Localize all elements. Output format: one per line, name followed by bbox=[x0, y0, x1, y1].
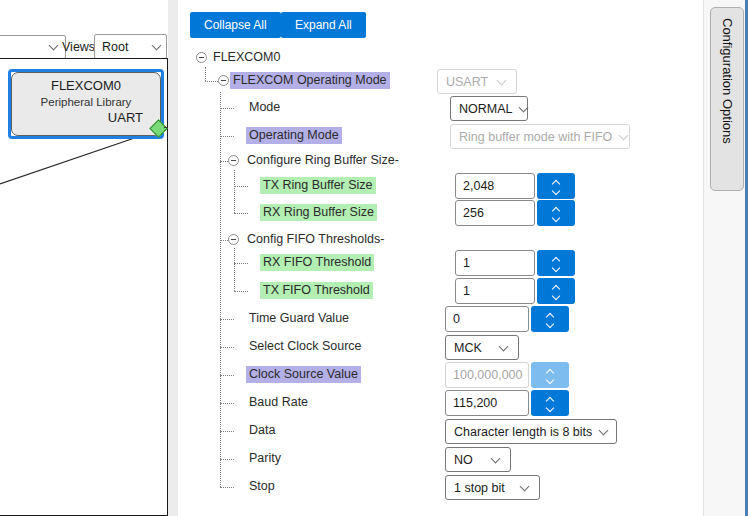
diagram-canvas[interactable]: FLEXCOM0 Peripheral Library UART bbox=[0, 58, 168, 516]
tree-label-rx-ring-buffer-size[interactable]: RX Ring Buffer Size bbox=[260, 204, 377, 221]
spinner-down-icon bbox=[552, 263, 560, 271]
tx-fifo-threshold-stepper[interactable] bbox=[537, 278, 575, 304]
operating-mode-dropdown-value: Ring buffer mode with FIFO bbox=[459, 130, 612, 144]
graph-toolbar: Views: Root bbox=[0, 0, 168, 58]
tx-ring-buffer-size-spinner: 2,048 bbox=[455, 173, 575, 199]
collapse-icon[interactable] bbox=[228, 234, 239, 245]
collapse-icon[interactable] bbox=[218, 75, 229, 86]
tree-label-baud-rate[interactable]: Baud Rate bbox=[246, 394, 311, 411]
rx-fifo-threshold-input[interactable]: 1 bbox=[455, 250, 535, 276]
port-stub-line bbox=[164, 127, 168, 128]
parity-dropdown-value: NO bbox=[454, 453, 473, 467]
spinner-down-icon bbox=[552, 186, 560, 194]
chevron-down-icon bbox=[619, 130, 629, 140]
spinner-down-icon bbox=[552, 213, 560, 221]
data-dropdown-value: Character length is 8 bits bbox=[454, 425, 592, 439]
configuration-tree: FLEXCOM0FLEXCOM Operating ModeUSARTModeN… bbox=[178, 0, 703, 516]
tree-branch-line bbox=[220, 136, 234, 137]
tree-branch-line bbox=[220, 347, 234, 348]
configuration-options-tab-label: Configuration Options bbox=[720, 8, 735, 190]
tree-branch-line bbox=[220, 240, 228, 241]
node-subtitle: Peripheral Library bbox=[12, 96, 160, 108]
rx-ring-buffer-size-stepper[interactable] bbox=[537, 200, 575, 226]
chevron-down-icon bbox=[499, 341, 509, 351]
tree-label-parity[interactable]: Parity bbox=[246, 450, 284, 467]
parity-dropdown[interactable]: NO bbox=[445, 447, 511, 472]
operating-mode-dropdown[interactable]: Ring buffer mode with FIFO bbox=[450, 124, 630, 149]
spinner-down-icon bbox=[546, 375, 554, 383]
tree-label-stop[interactable]: Stop bbox=[246, 478, 278, 495]
stop-dropdown[interactable]: 1 stop bit bbox=[445, 475, 540, 500]
flexcom0-node-body[interactable]: FLEXCOM0 Peripheral Library UART bbox=[11, 72, 161, 136]
spinner-down-icon bbox=[546, 403, 554, 411]
left-partial-dropdown[interactable] bbox=[0, 35, 66, 59]
time-guard-value-stepper[interactable] bbox=[531, 306, 569, 332]
configuration-options-panel: Collapse All Expand All FLEXCOM0FLEXCOM … bbox=[178, 0, 703, 516]
tree-label-rx-fifo-threshold[interactable]: RX FIFO Threshold bbox=[260, 254, 374, 271]
project-graph-panel: Views: Root FLEXCOM0 Peripheral Library … bbox=[0, 0, 168, 516]
time-guard-value-spinner: 0 bbox=[445, 306, 569, 332]
collapse-icon[interactable] bbox=[196, 52, 207, 63]
rx-fifo-threshold-stepper[interactable] bbox=[537, 250, 575, 276]
tx-fifo-threshold-spinner: 1 bbox=[455, 278, 575, 304]
baud-rate-input[interactable]: 115,200 bbox=[445, 390, 529, 416]
tree-label-clock-source-value[interactable]: Clock Source Value bbox=[246, 366, 361, 383]
tx-ring-buffer-size-stepper[interactable] bbox=[537, 173, 575, 199]
tree-branch-line bbox=[234, 186, 248, 187]
views-dropdown-value: Root bbox=[102, 40, 128, 54]
tree-branch-line bbox=[220, 459, 234, 460]
data-dropdown[interactable]: Character length is 8 bits bbox=[445, 419, 617, 444]
tree-branch-line bbox=[220, 108, 234, 109]
tx-ring-buffer-size-input[interactable]: 2,048 bbox=[455, 173, 535, 199]
clock-source-value-stepper[interactable] bbox=[531, 362, 569, 388]
tree-label-tx-ring-buffer-size[interactable]: TX Ring Buffer Size bbox=[260, 177, 376, 194]
flexcom-operating-mode-dropdown[interactable]: USART bbox=[437, 69, 517, 94]
chevron-down-icon bbox=[49, 41, 59, 51]
tree-branch-line bbox=[220, 161, 228, 162]
tree-branch-line bbox=[234, 213, 248, 214]
mode-dropdown[interactable]: NORMAL bbox=[450, 96, 528, 121]
chevron-down-icon bbox=[519, 102, 529, 112]
spinner-down-icon bbox=[546, 319, 554, 327]
baud-rate-spinner: 115,200 bbox=[445, 390, 569, 416]
stop-dropdown-value: 1 stop bit bbox=[454, 481, 505, 495]
select-clock-source-dropdown-value: MCK bbox=[454, 341, 482, 355]
tree-label-tx-fifo-threshold[interactable]: TX FIFO Threshold bbox=[260, 282, 373, 299]
chevron-down-icon bbox=[520, 481, 530, 491]
tree-label-config-fifo-thresholds[interactable]: Config FIFO Thresholds- bbox=[244, 231, 387, 248]
tree-branch-line bbox=[220, 319, 234, 320]
node-port-row: UART bbox=[12, 110, 160, 125]
tree-branch-line bbox=[220, 403, 234, 404]
app-window: Views: Root FLEXCOM0 Peripheral Library … bbox=[0, 0, 748, 516]
tree-label-operating-mode[interactable]: Operating Mode bbox=[246, 127, 342, 144]
node-port-label: UART bbox=[108, 110, 143, 125]
tree-label-flexcom0[interactable]: FLEXCOM0 bbox=[210, 49, 283, 66]
time-guard-value-input[interactable]: 0 bbox=[445, 306, 529, 332]
configuration-options-tab[interactable]: Configuration Options bbox=[710, 7, 744, 191]
node-title: FLEXCOM0 bbox=[12, 78, 160, 93]
chevron-down-icon bbox=[152, 40, 162, 50]
flexcom0-node[interactable]: FLEXCOM0 Peripheral Library UART bbox=[8, 69, 164, 139]
mode-dropdown-value: NORMAL bbox=[459, 102, 512, 116]
collapse-icon[interactable] bbox=[228, 155, 239, 166]
tree-branch-line bbox=[234, 291, 248, 292]
flexcom-operating-mode-dropdown-value: USART bbox=[446, 75, 488, 89]
baud-rate-stepper[interactable] bbox=[531, 390, 569, 416]
spinner-down-icon bbox=[552, 291, 560, 299]
select-clock-source-dropdown[interactable]: MCK bbox=[445, 335, 519, 360]
tree-label-select-clock-source[interactable]: Select Clock Source bbox=[246, 338, 365, 355]
tree-label-mode[interactable]: Mode bbox=[246, 99, 283, 116]
tx-fifo-threshold-input[interactable]: 1 bbox=[455, 278, 535, 304]
views-dropdown[interactable]: Root bbox=[94, 34, 167, 59]
tree-branch-line bbox=[220, 487, 234, 488]
rx-ring-buffer-size-spinner: 256 bbox=[455, 200, 575, 226]
tree-label-flexcom-operating-mode[interactable]: FLEXCOM Operating Mode bbox=[230, 72, 390, 89]
chevron-down-icon bbox=[599, 425, 609, 435]
rx-ring-buffer-size-input[interactable]: 256 bbox=[455, 200, 535, 226]
clock-source-value-input[interactable]: 100,000,000 bbox=[445, 362, 529, 388]
tree-branch-line bbox=[220, 375, 234, 376]
tree-label-configure-ring-buffer-size[interactable]: Configure Ring Buffer Size- bbox=[244, 152, 402, 169]
tree-label-data[interactable]: Data bbox=[246, 422, 278, 439]
rx-fifo-threshold-spinner: 1 bbox=[455, 250, 575, 276]
tree-label-time-guard-value[interactable]: Time Guard Value bbox=[246, 310, 352, 327]
